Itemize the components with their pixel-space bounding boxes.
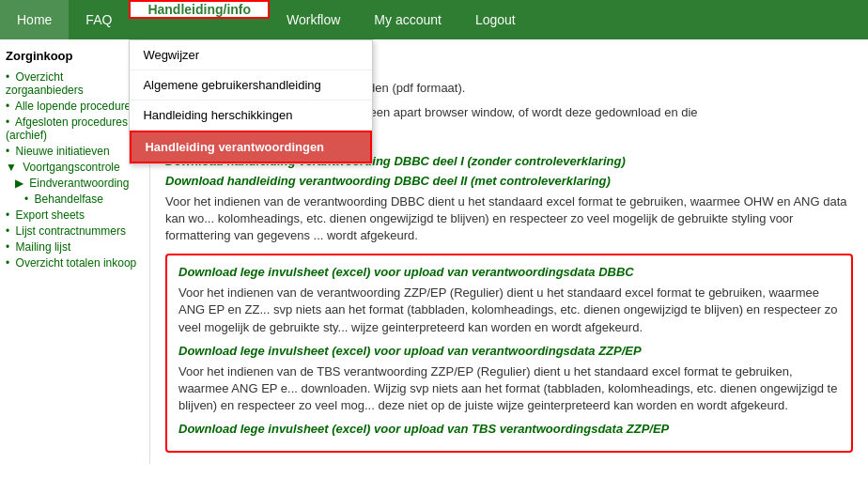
sidebar-link-overzicht[interactable]: Overzicht zorgaanbieders <box>6 70 84 97</box>
bullet-icon: ▶ <box>15 177 23 190</box>
bullet-icon: • <box>6 256 9 270</box>
top-nav: Home FAQ Handleiding/info Wegwijzer Alge… <box>0 0 868 39</box>
link-dbbc-upload[interactable]: Download lege invulsheet (excel) voor up… <box>178 265 840 279</box>
list-item: ▶ Eindverantwoording <box>6 177 144 190</box>
list-item: • Nieuwe initiatieven <box>6 145 144 158</box>
list-item: • Export sheets <box>6 208 144 222</box>
sidebar-link-voortgang[interactable]: Voortgangscontrole <box>23 161 119 174</box>
link-dbbc-deel2[interactable]: Download handleiding verantwoording DBBC… <box>165 174 853 188</box>
sidebar-link-behandelfase[interactable]: Behandelfase <box>35 193 103 206</box>
list-item: • Alle lopende procedures <box>6 100 144 113</box>
sidebar-link-overzicht-totalen[interactable]: Overzicht totalen inkoop <box>16 256 137 270</box>
para1-text: Voor het indienen van de verantwoording … <box>165 193 853 245</box>
dropdown-algemene[interactable]: Algemene gebruikershandleiding <box>130 70 372 100</box>
nav-faq[interactable]: FAQ <box>69 0 129 39</box>
list-item: • Afgesloten procedures (archief) <box>6 116 144 142</box>
dropdown-herschikkingen[interactable]: Handleiding herschikkingen <box>130 100 372 131</box>
nav-handleiding[interactable]: Handleiding/info <box>129 0 270 19</box>
sidebar-link-eindverantwoording[interactable]: Eindverantwoording <box>29 177 129 190</box>
bullet-icon: • <box>6 145 9 158</box>
nav-workflow[interactable]: Workflow <box>270 0 357 39</box>
sidebar-link-lopende[interactable]: Alle lopende procedures <box>15 100 136 113</box>
list-item: • Lijst contractnummers <box>6 224 144 238</box>
list-item: • Mailing lijst <box>6 240 144 254</box>
link-zzpep-upload[interactable]: Download lege invulsheet (excel) voor up… <box>178 344 840 358</box>
sidebar-list: • Overzicht zorgaanbieders • Alle lopend… <box>6 70 144 270</box>
bullet-icon: • <box>6 240 9 254</box>
link-tbs-upload[interactable]: Download lege invulsheet (excel) voor up… <box>178 422 840 436</box>
sidebar: Zorginkoop • Overzicht zorgaanbieders • … <box>0 39 150 464</box>
sidebar-link-contractnummers[interactable]: Lijst contractnummers <box>16 224 126 238</box>
bullet-icon: • <box>6 224 9 238</box>
redbox-para1: Voor het indienen van de verantwoording … <box>178 285 840 336</box>
bullet-icon: • <box>6 70 9 84</box>
red-box: Download lege invulsheet (excel) voor up… <box>165 254 853 453</box>
sidebar-link-mailing[interactable]: Mailing lijst <box>16 240 71 254</box>
list-item: • Overzicht totalen inkoop <box>6 256 144 270</box>
list-item: • Behandelfase <box>6 193 144 206</box>
sidebar-link-afgesloten[interactable]: Afgesloten procedures (archief) <box>6 116 128 142</box>
nav-handleiding-dropdown[interactable]: Handleiding/info Wegwijzer Algemene gebr… <box>129 0 270 39</box>
bullet-icon: ▼ <box>6 161 17 174</box>
list-item: ▼ Voortgangscontrole <box>6 161 144 174</box>
nav-myaccount[interactable]: My account <box>357 0 458 39</box>
bullet-icon: • <box>24 193 28 206</box>
dropdown-verantwoordingen[interactable]: Handleiding verantwoordingen <box>130 131 372 163</box>
nav-home[interactable]: Home <box>0 0 69 39</box>
bullet-icon: • <box>6 208 9 222</box>
nav-logout[interactable]: Logout <box>458 0 533 39</box>
dropdown-wegwijzer[interactable]: Wegwijzer <box>130 40 372 70</box>
sidebar-link-nieuwe[interactable]: Nieuwe initiatieven <box>16 145 110 158</box>
redbox-para2: Voor het indienen van de TBS verantwoord… <box>178 363 840 415</box>
list-item: • Overzicht zorgaanbieders <box>6 70 144 97</box>
dropdown-menu: Wegwijzer Algemene gebruikershandleiding… <box>129 39 373 164</box>
sidebar-title: Zorginkoop <box>6 49 144 63</box>
sidebar-link-export[interactable]: Export sheets <box>16 208 85 222</box>
bullet-icon: • <box>6 100 9 113</box>
bullet-icon: • <box>6 116 9 129</box>
